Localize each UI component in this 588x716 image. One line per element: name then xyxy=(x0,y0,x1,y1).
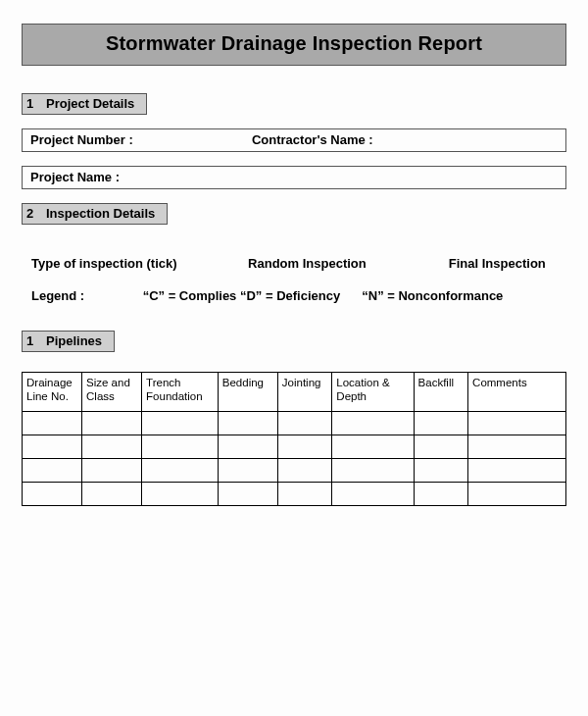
section-number: 1 xyxy=(26,333,40,348)
cell[interactable] xyxy=(82,483,142,506)
table-row[interactable] xyxy=(23,459,566,483)
cell[interactable] xyxy=(82,459,142,483)
cell[interactable] xyxy=(142,435,219,459)
cell[interactable] xyxy=(218,483,277,506)
cell[interactable] xyxy=(414,435,468,459)
section-project-details: 1Project Details xyxy=(22,93,147,115)
pipelines-table: Drainage Line No. Size and Class Trench … xyxy=(22,372,566,506)
cell[interactable] xyxy=(142,412,219,435)
cell[interactable] xyxy=(23,412,82,435)
col-backfill: Backfill xyxy=(414,373,468,412)
inspection-type-random[interactable]: Random Inspection xyxy=(248,256,419,271)
cell[interactable] xyxy=(414,412,468,435)
col-comments: Comments xyxy=(468,373,566,412)
col-size-class: Size and Class xyxy=(82,373,142,412)
cell[interactable] xyxy=(332,459,414,483)
cell[interactable] xyxy=(218,459,277,483)
cell[interactable] xyxy=(23,459,82,483)
project-number-contractor-row[interactable]: Project Number : Contractor's Name : xyxy=(22,128,566,152)
cell[interactable] xyxy=(23,435,82,459)
legend-label: Legend : xyxy=(31,288,139,303)
project-name-row[interactable]: Project Name : xyxy=(22,166,566,189)
col-bedding: Bedding xyxy=(218,373,277,412)
cell[interactable] xyxy=(277,483,332,506)
section-label: Project Details xyxy=(46,96,134,111)
legend-row: Legend : “C” = Complies “D” = Deficiency… xyxy=(31,288,566,303)
cell[interactable] xyxy=(414,459,468,483)
cell[interactable] xyxy=(82,412,142,435)
section-pipelines: 1Pipelines xyxy=(22,331,115,352)
inspection-type-prompt: Type of inspection (tick) xyxy=(31,256,219,271)
cell[interactable] xyxy=(468,412,566,435)
table-row[interactable] xyxy=(23,483,566,506)
cell[interactable] xyxy=(468,483,566,506)
project-number-label: Project Number : xyxy=(30,132,252,147)
cell[interactable] xyxy=(23,483,82,506)
cell[interactable] xyxy=(332,412,414,435)
col-jointing: Jointing xyxy=(277,373,332,412)
cell[interactable] xyxy=(277,412,332,435)
cell[interactable] xyxy=(142,483,219,506)
section-inspection-details: 2Inspection Details xyxy=(22,203,168,225)
col-location-depth: Location & Depth xyxy=(332,373,414,412)
cell[interactable] xyxy=(142,459,219,483)
cell[interactable] xyxy=(332,435,414,459)
col-drainage-line-no: Drainage Line No. xyxy=(23,373,82,412)
project-name-label: Project Name : xyxy=(30,170,252,184)
section-label: Pipelines xyxy=(46,333,102,348)
table-row[interactable] xyxy=(23,435,566,459)
cell[interactable] xyxy=(82,435,142,459)
section-number: 1 xyxy=(26,96,40,111)
cell[interactable] xyxy=(277,459,332,483)
table-header-row: Drainage Line No. Size and Class Trench … xyxy=(23,373,566,412)
inspection-report-page: Stormwater Drainage Inspection Report 1P… xyxy=(0,0,588,506)
cell[interactable] xyxy=(218,435,277,459)
cell[interactable] xyxy=(332,483,414,506)
section-label: Inspection Details xyxy=(46,206,155,221)
report-title: Stormwater Drainage Inspection Report xyxy=(22,24,566,66)
cell[interactable] xyxy=(218,412,277,435)
inspection-type-row: Type of inspection (tick) Random Inspect… xyxy=(31,256,566,271)
inspection-type-final[interactable]: Final Inspection xyxy=(449,256,566,271)
table-row[interactable] xyxy=(23,412,566,435)
cell[interactable] xyxy=(468,435,566,459)
col-trench-foundation: Trench Foundation xyxy=(142,373,219,412)
legend-nonconformance: “N” = Nonconformance xyxy=(362,288,503,303)
table-body xyxy=(23,412,566,506)
cell[interactable] xyxy=(468,459,566,483)
cell[interactable] xyxy=(414,483,468,506)
legend-complies-deficiency: “C” = Complies “D” = Deficiency xyxy=(143,288,359,303)
cell[interactable] xyxy=(277,435,332,459)
section-number: 2 xyxy=(26,206,40,221)
contractor-name-label: Contractor's Name : xyxy=(252,132,558,147)
